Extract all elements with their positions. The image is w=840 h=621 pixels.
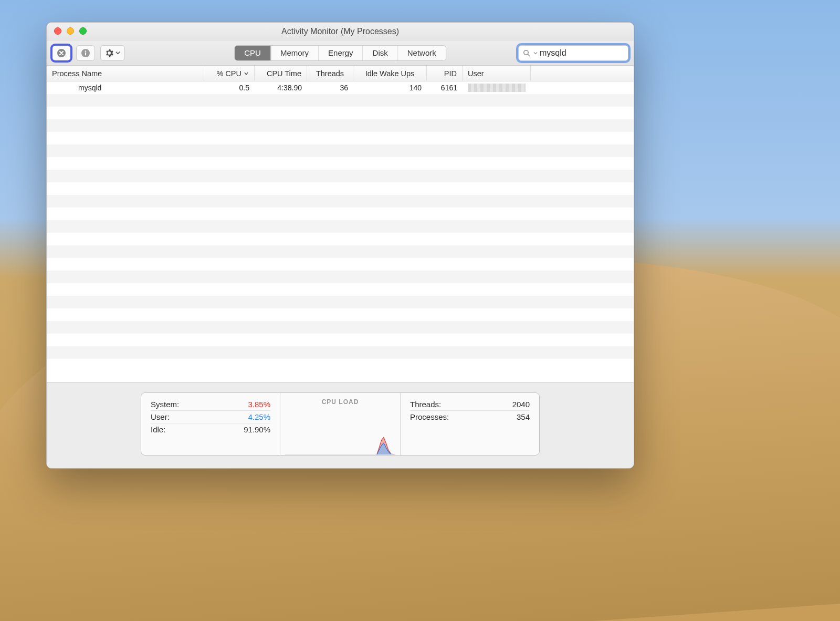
- cpu-load-graph-panel: CPU LOAD: [280, 393, 401, 455]
- col-spacer: [531, 66, 634, 81]
- minimize-window-button[interactable]: [67, 27, 74, 35]
- cell-pid: 6161: [427, 84, 463, 92]
- redacted-user: [468, 84, 526, 92]
- table-row: [47, 334, 634, 346]
- table-row: [47, 107, 634, 119]
- table-row: [47, 271, 634, 283]
- system-label: System:: [151, 400, 179, 409]
- threads-value: 2040: [512, 400, 530, 409]
- svg-point-2: [85, 50, 86, 51]
- svg-point-4: [524, 50, 528, 54]
- idle-value: 91.90%: [244, 425, 270, 434]
- cell-idlewake: 140: [353, 84, 427, 92]
- threads-label: Threads:: [410, 400, 441, 409]
- svg-line-5: [528, 54, 530, 56]
- system-value: 3.85%: [248, 400, 270, 409]
- user-value: 4.25%: [248, 412, 270, 421]
- graph-title: CPU LOAD: [322, 398, 359, 406]
- search-input[interactable]: [540, 48, 634, 58]
- table-row: [47, 144, 634, 157]
- sort-desc-icon: [244, 71, 249, 76]
- table-row: [47, 308, 634, 321]
- process-table[interactable]: mysqld0.54:38.90361406161: [47, 81, 634, 382]
- info-button[interactable]: [76, 45, 95, 61]
- col-user[interactable]: User: [463, 66, 531, 81]
- tab-cpu[interactable]: CPU: [235, 46, 271, 60]
- table-row: [47, 182, 634, 195]
- close-window-button[interactable]: [54, 27, 61, 35]
- cell-threads: 36: [307, 84, 353, 92]
- table-row: [47, 296, 634, 308]
- table-row: [47, 220, 634, 233]
- table-header-row: Process Name % CPU CPU Time Threads Idle…: [47, 66, 634, 81]
- titlebar: Activity Monitor (My Processes): [47, 23, 634, 40]
- user-label: User:: [151, 412, 170, 421]
- cell-user: [463, 84, 531, 92]
- x-circle-icon: [57, 48, 66, 58]
- cell-cputime: 4:38.90: [255, 84, 307, 92]
- col-cpu-label: % CPU: [216, 69, 242, 78]
- svg-rect-3: [85, 52, 86, 55]
- window-title: Activity Monitor (My Processes): [47, 27, 634, 36]
- table-row: [47, 258, 634, 271]
- search-icon: [523, 49, 530, 57]
- col-threads[interactable]: Threads: [307, 66, 353, 81]
- tab-segmented-control: CPU Memory Energy Disk Network: [234, 45, 446, 61]
- table-row: [47, 195, 634, 208]
- idle-label: Idle:: [151, 425, 165, 434]
- table-row[interactable]: mysqld0.54:38.90361406161: [47, 81, 634, 94]
- tab-energy[interactable]: Energy: [319, 46, 363, 60]
- processes-value: 354: [517, 412, 530, 421]
- zoom-window-button[interactable]: [79, 27, 87, 35]
- tab-network[interactable]: Network: [398, 46, 446, 60]
- activity-monitor-window: Activity Monitor (My Processes) CPU Memo…: [46, 22, 634, 469]
- threads-processes-panel: Threads:2040 Processes:354: [401, 393, 539, 455]
- table-row: [47, 132, 634, 144]
- table-row: [47, 321, 634, 334]
- table-row: [47, 170, 634, 182]
- table-row: [47, 283, 634, 296]
- col-pid[interactable]: PID: [427, 66, 463, 81]
- stop-process-button[interactable]: [52, 45, 71, 61]
- processes-label: Processes:: [410, 412, 449, 421]
- gear-icon: [105, 49, 113, 57]
- cell-cpu: 0.5: [204, 84, 255, 92]
- table-row: [47, 157, 634, 170]
- toolbar: CPU Memory Energy Disk Network: [47, 40, 634, 66]
- cell-process-name: mysqld: [47, 84, 204, 92]
- col-idle-wakeups[interactable]: Idle Wake Ups: [353, 66, 427, 81]
- cpu-summary-panel: System:3.85% User:4.25% Idle:91.90%: [141, 393, 280, 455]
- table-row: [47, 233, 634, 245]
- footer-stats-box: System:3.85% User:4.25% Idle:91.90% CPU …: [141, 392, 540, 456]
- col-cpu-time[interactable]: CPU Time: [255, 66, 307, 81]
- tab-memory[interactable]: Memory: [271, 46, 319, 60]
- table-row: [47, 119, 634, 132]
- col-cpu-percent[interactable]: % CPU: [204, 66, 255, 81]
- chevron-down-icon: [533, 51, 538, 55]
- chevron-down-icon: [116, 50, 120, 55]
- footer: System:3.85% User:4.25% Idle:91.90% CPU …: [47, 382, 634, 468]
- table-row: [47, 94, 634, 107]
- settings-menu-button[interactable]: [100, 45, 125, 61]
- window-traffic-lights: [54, 27, 87, 35]
- table-row: [47, 245, 634, 258]
- info-icon: [81, 48, 90, 58]
- cpu-load-graph: [285, 409, 395, 455]
- table-row: [47, 346, 634, 359]
- tab-disk[interactable]: Disk: [363, 46, 398, 60]
- col-process-name[interactable]: Process Name: [47, 66, 204, 81]
- search-field[interactable]: [518, 45, 628, 61]
- table-row: [47, 208, 634, 220]
